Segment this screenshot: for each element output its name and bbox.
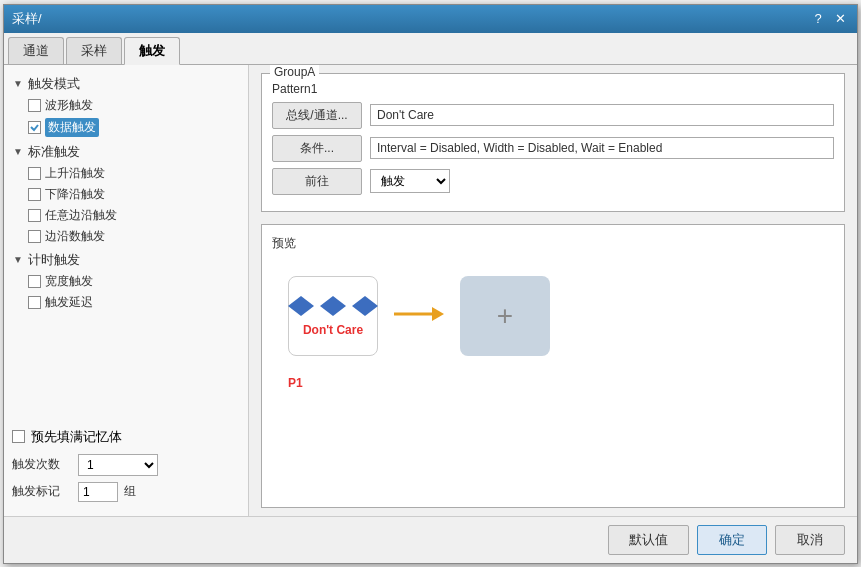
trigger-mark-unit: 组 [124, 483, 136, 500]
pattern1-label: Pattern1 [272, 82, 834, 96]
standard-trigger-label[interactable]: ▼ 标准触发 [12, 141, 240, 163]
goto-button[interactable]: 前往 [272, 168, 362, 195]
label-width: 宽度触发 [45, 273, 93, 290]
svg-marker-2 [352, 296, 378, 316]
group-a-title: GroupA [270, 65, 319, 79]
diamond-icon-3 [351, 295, 379, 317]
tab-bar: 通道 采样 触发 [4, 33, 857, 65]
trigger-mark-input[interactable] [78, 482, 118, 502]
window-title: 采样/ [12, 10, 42, 28]
default-button[interactable]: 默认值 [608, 525, 689, 555]
condition-field[interactable] [370, 137, 834, 159]
preview-label: 预览 [272, 235, 834, 252]
label-rising: 上升沿触发 [45, 165, 105, 182]
bottom-controls: 预先填满记忆体 触发次数 1 触发标记 组 [12, 420, 240, 508]
arrow-svg [394, 302, 444, 326]
trigger-count-label: 触发次数 [12, 456, 72, 473]
pre-fill-row: 预先填满记忆体 [12, 428, 240, 446]
pre-fill-checkbox[interactable] [12, 430, 25, 443]
checkbox-width[interactable] [28, 275, 41, 288]
title-bar: 采样/ ? ✕ [4, 5, 857, 33]
checkbox-data[interactable] [28, 121, 41, 134]
checkbox-wave[interactable] [28, 99, 41, 112]
goto-row: 前往 触发 下一步 开始 [272, 168, 834, 195]
tree-item-edge-count[interactable]: 边沿数触发 [28, 226, 240, 247]
trigger-mark-row: 触发标记 组 [12, 482, 240, 502]
tree-item-rising[interactable]: 上升沿触发 [28, 163, 240, 184]
preview-dont-care-container: Don't Care [288, 276, 378, 356]
bus-channel-button[interactable]: 总线/通道... [272, 102, 362, 129]
ok-button[interactable]: 确定 [697, 525, 767, 555]
expander-trigger-mode: ▼ [12, 78, 24, 90]
preview-bottom-labels: P1 [272, 372, 834, 390]
trigger-count-row: 触发次数 1 [12, 454, 240, 476]
trigger-mode-label[interactable]: ▼ 触发模式 [12, 73, 240, 95]
preview-arrow [394, 302, 444, 329]
close-button[interactable]: ✕ [831, 10, 849, 28]
tree-item-data[interactable]: 数据触发 [28, 116, 240, 139]
trigger-count-select[interactable]: 1 [78, 454, 158, 476]
goto-select[interactable]: 触发 下一步 开始 [370, 169, 450, 193]
preview-dont-care-block: Don't Care [288, 276, 378, 356]
bus-channel-row: 总线/通道... [272, 102, 834, 129]
svg-marker-4 [432, 307, 444, 321]
bottom-bar: 默认值 确定 取消 [4, 516, 857, 563]
preview-section: 预览 [261, 224, 845, 508]
cancel-button[interactable]: 取消 [775, 525, 845, 555]
tab-sample[interactable]: 采样 [66, 37, 122, 64]
trigger-mode-children: 波形触发 数据触发 [12, 95, 240, 139]
checkbox-delay[interactable] [28, 296, 41, 309]
standard-trigger-children: 上升沿触发 下降沿触发 任意边沿触发 边沿数触发 [12, 163, 240, 247]
checkbox-any-edge[interactable] [28, 209, 41, 222]
help-button[interactable]: ? [809, 10, 827, 28]
tree-item-falling[interactable]: 下降沿触发 [28, 184, 240, 205]
group-a-box: GroupA Pattern1 总线/通道... 条件... [261, 73, 845, 212]
tree-item-any-edge[interactable]: 任意边沿触发 [28, 205, 240, 226]
tree-item-width[interactable]: 宽度触发 [28, 271, 240, 292]
tree-container: ▼ 触发模式 波形触发 数据触发 [12, 73, 240, 420]
svg-marker-0 [288, 296, 314, 316]
pre-fill-label: 预先填满记忆体 [31, 428, 122, 446]
checkbox-falling[interactable] [28, 188, 41, 201]
label-edge-count: 边沿数触发 [45, 228, 105, 245]
timer-trigger-group: ▼ 计时触发 宽度触发 触发延迟 [12, 249, 240, 313]
checkbox-edge-count[interactable] [28, 230, 41, 243]
diamond-icon-2 [319, 295, 347, 317]
add-block[interactable]: + [460, 276, 550, 356]
timer-trigger-children: 宽度触发 触发延迟 [12, 271, 240, 313]
expander-standard: ▼ [12, 146, 24, 158]
preview-block-label: Don't Care [303, 323, 363, 337]
label-wave: 波形触发 [45, 97, 93, 114]
checkbox-rising[interactable] [28, 167, 41, 180]
main-content: ▼ 触发模式 波形触发 数据触发 [4, 65, 857, 516]
timer-trigger-label[interactable]: ▼ 计时触发 [12, 249, 240, 271]
condition-button[interactable]: 条件... [272, 135, 362, 162]
tree-item-wave[interactable]: 波形触发 [28, 95, 240, 116]
dialog-window: 采样/ ? ✕ 通道 采样 触发 ▼ 触发模式 [3, 4, 858, 564]
preview-add-container: + [460, 276, 550, 356]
preview-content: Don't Care + [272, 260, 834, 372]
expander-timer: ▼ [12, 254, 24, 266]
trigger-mode-group: ▼ 触发模式 波形触发 数据触发 [12, 73, 240, 139]
dont-care-icons [287, 295, 379, 317]
label-falling: 下降沿触发 [45, 186, 105, 203]
diamond-icon-1 [287, 295, 315, 317]
title-bar-controls: ? ✕ [809, 10, 849, 28]
label-data[interactable]: 数据触发 [45, 118, 99, 137]
right-panel: GroupA Pattern1 总线/通道... 条件... [249, 65, 857, 516]
tab-channel[interactable]: 通道 [8, 37, 64, 64]
add-icon: + [497, 300, 513, 332]
tab-trigger[interactable]: 触发 [124, 37, 180, 65]
standard-trigger-group: ▼ 标准触发 上升沿触发 下降沿触发 [12, 141, 240, 247]
svg-marker-1 [320, 296, 346, 316]
tree-item-delay[interactable]: 触发延迟 [28, 292, 240, 313]
left-panel: ▼ 触发模式 波形触发 数据触发 [4, 65, 249, 516]
condition-row: 条件... [272, 135, 834, 162]
label-any-edge: 任意边沿触发 [45, 207, 117, 224]
dont-care-field[interactable] [370, 104, 834, 126]
title-bar-left: 采样/ [12, 10, 42, 28]
p1-label: P1 [288, 376, 303, 390]
label-delay: 触发延迟 [45, 294, 93, 311]
trigger-mark-label: 触发标记 [12, 483, 72, 500]
